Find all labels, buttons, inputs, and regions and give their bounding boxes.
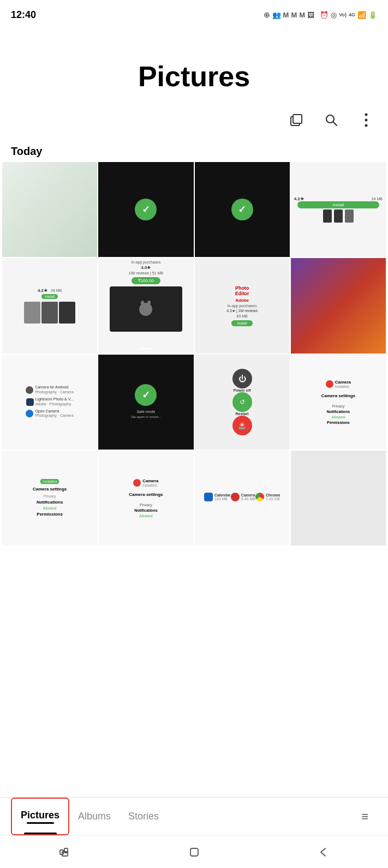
header-area: Pictures [0,27,388,104]
tab-stories-label: Stories [128,811,159,822]
main-content: Pictures Today [0,27,388,622]
svg-rect-1 [293,115,302,123]
photo-cell-15[interactable]: Calendar 143 MB Camera 8.49 MB Chrome [195,451,290,546]
volte-icon: Vo) [339,12,347,17]
photo-grid: ✓ ✓ 4.2★ 24 MB Install [0,162,388,546]
whatsapp-icon: ⊕ [264,10,270,19]
tab-albums-label: Albums [78,811,111,822]
photos-icon: 🖼 [307,11,314,19]
photo-cell-16[interactable] [291,451,386,546]
svg-line-3 [333,122,337,125]
photo-cell-11[interactable]: ⏻ Power off ↺ Restart 🚨 [195,355,290,450]
status-bar: 12:40 ⊕ 👥 M M M 🖼 ⏰ ◎ Vo) 4G 📶 🔋 [0,0,388,27]
tab-stories[interactable]: Stories [120,798,168,835]
photo-cell-10[interactable]: ✓ Safe modeTap again to restart... [98,355,193,450]
gmail3-icon: M [299,11,305,19]
svg-point-4 [365,113,368,116]
battery-icon: 🔋 [368,11,377,19]
search-icon[interactable] [320,109,342,131]
photo-cell-8[interactable] [291,258,386,353]
gmail2-icon: M [291,11,297,19]
photo-cell-1[interactable] [2,162,97,257]
recent-apps-button[interactable] [49,841,81,863]
teams-icon: 👥 [272,11,281,19]
photo-cell-3[interactable]: ✓ [195,162,290,257]
photo-cell-7[interactable]: PhotoEditor Adobe In-app purchases 4.3★ … [195,258,290,353]
photo-cell-9[interactable]: Camera for AndroidPhotography · Camera L… [2,355,97,450]
toolbar [0,104,388,136]
section-today-label: Today [0,136,388,162]
more-options-icon[interactable] [355,109,377,131]
status-time: 12:40 [11,9,36,21]
tab-menu[interactable]: ≡ [353,798,377,835]
svg-point-5 [365,119,368,122]
hamburger-icon: ≡ [361,810,368,824]
svg-rect-10 [190,848,198,856]
photo-cell-4[interactable]: 4.2★ 24 MB Install [291,162,386,257]
wifi-icon: ◎ [331,11,337,19]
tab-pictures-label: Pictures [21,810,59,821]
select-icon[interactable] [285,109,307,131]
tab-pictures[interactable]: Pictures [11,798,69,835]
photo-cell-12[interactable]: Camera Installed Camera settings Privacy… [291,355,386,450]
alarm-icon: ⏰ [320,11,329,19]
photo-cell-14[interactable]: Camera Installed Camera settings Privacy… [98,451,193,546]
home-button[interactable] [178,841,211,863]
system-nav-bar [0,835,388,868]
tab-albums[interactable]: Albums [69,798,120,835]
back-button[interactable] [307,841,340,863]
photo-cell-5[interactable]: 4.2★ 26 MB Install [2,258,97,353]
signal-icon: 📶 [357,11,366,19]
gmail-icon: M [283,11,289,19]
photo-cell-6[interactable]: In-app purchases 4.0★ 198 reviews | 51 M… [98,258,193,353]
svg-rect-7 [60,850,63,854]
photo-cell-2[interactable]: ✓ [98,162,193,257]
status-icons: ⊕ 👥 M M M 🖼 ⏰ ◎ Vo) 4G 📶 🔋 [264,10,377,19]
photo-cell-13[interactable]: Installed Camera settings Privacy Notifi… [2,451,97,546]
bottom-nav: Pictures Albums Stories ≡ [0,797,388,835]
network-icon: 4G [349,12,355,17]
svg-point-6 [365,124,368,127]
page-title: Pictures [138,60,250,93]
